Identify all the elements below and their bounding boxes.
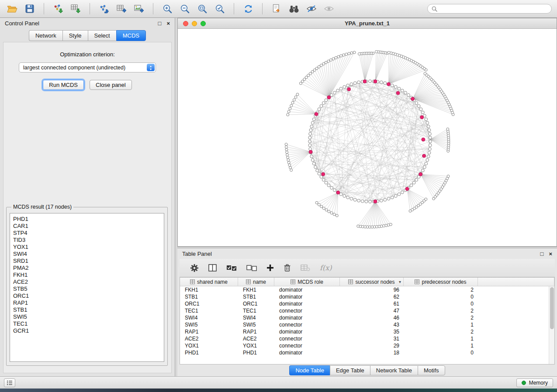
close-panel-button[interactable]: Close panel	[90, 80, 132, 90]
toolbar-separator	[44, 3, 44, 14]
export-table-icon	[116, 4, 127, 14]
table-scrollbar[interactable]	[549, 286, 554, 364]
control-panel: Control Panel □ × Network Style Select M…	[0, 18, 175, 376]
window-zoom-icon[interactable]	[201, 21, 206, 26]
export-network-button[interactable]	[97, 2, 111, 15]
export-image-button[interactable]	[132, 2, 146, 15]
result-node[interactable]: TEC1	[13, 320, 161, 327]
mcds-buttons-row: Run MCDS Close panel	[3, 80, 171, 90]
deselect-all-button[interactable]	[246, 265, 257, 272]
table-row[interactable]: RAP1RAP1dominator352	[180, 328, 554, 335]
float-panel-icon[interactable]: □	[540, 251, 544, 257]
control-panel-tabs: Network Style Select MCDS	[0, 30, 175, 41]
result-node[interactable]: ORC1	[13, 292, 161, 299]
table-settings-button[interactable]	[190, 264, 199, 272]
zoom-selected-icon	[215, 4, 225, 14]
result-node[interactable]: PMA2	[13, 265, 161, 272]
mcds-panel: Optimization criterion: largest connecte…	[3, 42, 172, 373]
import-table-button[interactable]	[69, 2, 83, 15]
result-node[interactable]: SWI4	[13, 251, 161, 258]
column-header-filler	[478, 278, 554, 286]
share-document-button[interactable]	[270, 2, 284, 15]
table-row[interactable]: TEC1TEC1connector472	[180, 307, 554, 314]
zoom-out-button[interactable]	[178, 2, 192, 15]
search-network-button[interactable]	[287, 2, 301, 15]
export-table-button[interactable]	[114, 2, 128, 15]
table-row[interactable]: ACE2ACE2connector311	[180, 335, 554, 342]
tab-select[interactable]: Select	[88, 30, 116, 41]
list-icon	[7, 380, 13, 385]
result-node[interactable]: GCR1	[13, 327, 161, 334]
result-node[interactable]: FKH1	[13, 272, 161, 279]
result-node[interactable]: TID3	[13, 237, 161, 244]
zoom-fit-icon	[197, 4, 208, 14]
tab-network[interactable]: Network	[29, 30, 62, 41]
column-header-shared-name[interactable]: shared name	[180, 278, 238, 286]
main-toolbar	[0, 0, 557, 18]
tab-style[interactable]: Style	[62, 30, 88, 41]
control-panel-header: Control Panel □ ×	[0, 18, 175, 28]
network-titlebar[interactable]: YPA_prune.txt_1	[178, 18, 557, 29]
apply-layout-button[interactable]	[241, 2, 255, 15]
tab-network-table[interactable]: Network Table	[370, 365, 418, 375]
show-columns-button[interactable]	[208, 264, 217, 272]
toolbar-separator	[262, 3, 263, 14]
table-row[interactable]: PHD1PHD1dominator180	[180, 349, 554, 356]
task-history-button[interactable]	[4, 378, 15, 387]
zoom-in-button[interactable]	[160, 2, 174, 15]
import-network-button[interactable]	[51, 2, 65, 15]
mcds-result-list[interactable]: PHD1 CAR1 STP4 TID3 YOX1 SWI4 SRD1 PMA2 …	[10, 213, 164, 362]
column-header-successor-nodes[interactable]: successor nodes ▾	[340, 278, 404, 286]
zoom-selected-button[interactable]	[213, 2, 227, 15]
result-node[interactable]: STB5	[13, 285, 161, 292]
column-sort-icon	[415, 279, 419, 284]
close-panel-icon[interactable]: ×	[166, 21, 170, 26]
open-session-button[interactable]	[5, 2, 19, 15]
memory-button[interactable]: Memory	[516, 378, 553, 387]
optimization-criterion-select[interactable]: largest connected component (undirected)…	[19, 62, 156, 72]
toggle-graphics-details-button[interactable]	[304, 2, 318, 15]
close-panel-icon[interactable]: ×	[549, 251, 552, 257]
result-node[interactable]: STB1	[13, 306, 161, 313]
float-panel-icon[interactable]: □	[158, 21, 162, 26]
run-mcds-button[interactable]: Run MCDS	[43, 80, 84, 90]
result-node[interactable]: RAP1	[13, 299, 161, 306]
tab-motifs[interactable]: Motifs	[418, 365, 445, 375]
result-node[interactable]: PHD1	[13, 216, 161, 223]
show-graphics-details-button[interactable]	[322, 2, 336, 15]
table-row[interactable]: SWI5SWI5connector431	[180, 321, 554, 328]
network-canvas[interactable]	[178, 29, 557, 246]
result-node[interactable]: CAR1	[13, 223, 161, 230]
result-node[interactable]: SWI5	[13, 313, 161, 320]
function-builder-button[interactable]: f(x)	[320, 264, 332, 272]
table-row[interactable]: YOX1YOX1connector291	[180, 342, 554, 349]
zoom-fit-button[interactable]	[195, 2, 209, 15]
window-minimize-icon[interactable]	[192, 21, 197, 26]
table-row[interactable]: SWI4SWI4dominator462	[180, 314, 554, 321]
column-sort-icon	[246, 279, 251, 284]
search-input[interactable]	[440, 6, 547, 12]
table-row[interactable]: ORC1ORC1dominator610	[180, 300, 554, 307]
result-node[interactable]: ACE2	[13, 279, 161, 285]
eye-icon	[324, 5, 334, 13]
zoom-out-icon	[180, 4, 190, 14]
delete-column-button[interactable]	[284, 264, 291, 272]
scrollbar-thumb[interactable]	[550, 287, 554, 329]
tab-node-table[interactable]: Node Table	[289, 365, 330, 375]
result-node[interactable]: YOX1	[13, 244, 161, 251]
table-panel-header: Table Panel □ ×	[177, 248, 557, 259]
delete-table-button[interactable]	[301, 264, 310, 272]
table-row[interactable]: FKH1FKH1dominator962	[180, 286, 554, 293]
window-close-icon[interactable]	[183, 21, 188, 26]
column-header-mcds-role[interactable]: MCDS role	[274, 278, 340, 286]
create-column-button[interactable]	[266, 264, 274, 272]
select-all-button[interactable]	[226, 265, 237, 272]
result-node[interactable]: SRD1	[13, 258, 161, 265]
tab-mcds[interactable]: MCDS	[116, 30, 146, 41]
save-session-button[interactable]	[23, 2, 37, 15]
result-node[interactable]: STP4	[13, 230, 161, 237]
table-row[interactable]: STB1STB1dominator620	[180, 293, 554, 300]
column-header-name[interactable]: name	[238, 278, 274, 286]
tab-edge-table[interactable]: Edge Table	[330, 365, 370, 375]
column-header-predecessor-nodes[interactable]: predecessor nodes	[404, 278, 478, 286]
